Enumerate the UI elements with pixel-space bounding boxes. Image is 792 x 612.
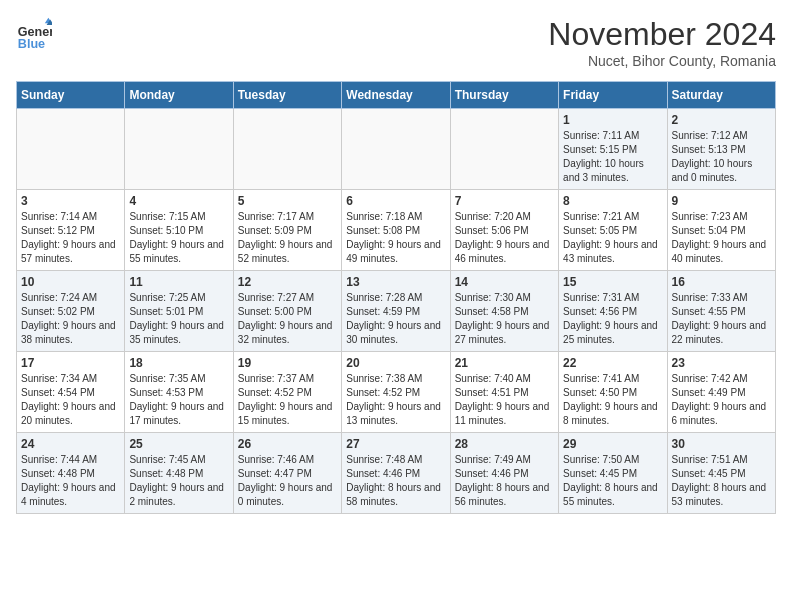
day-number: 8 xyxy=(563,194,662,208)
logo-icon: General Blue xyxy=(16,16,52,52)
calendar-body: 1 Sunrise: 7:11 AMSunset: 5:15 PMDayligh… xyxy=(17,109,776,514)
day-info: Sunrise: 7:44 AMSunset: 4:48 PMDaylight:… xyxy=(21,453,120,509)
title-area: November 2024 Nucet, Bihor County, Roman… xyxy=(548,16,776,69)
day-info: Sunrise: 7:28 AMSunset: 4:59 PMDaylight:… xyxy=(346,291,445,347)
day-info: Sunrise: 7:41 AMSunset: 4:50 PMDaylight:… xyxy=(563,372,662,428)
calendar-cell: 13 Sunrise: 7:28 AMSunset: 4:59 PMDaylig… xyxy=(342,271,450,352)
weekday-header-friday: Friday xyxy=(559,82,667,109)
calendar-table: SundayMondayTuesdayWednesdayThursdayFrid… xyxy=(16,81,776,514)
calendar-cell: 10 Sunrise: 7:24 AMSunset: 5:02 PMDaylig… xyxy=(17,271,125,352)
calendar-cell: 5 Sunrise: 7:17 AMSunset: 5:09 PMDayligh… xyxy=(233,190,341,271)
day-info: Sunrise: 7:46 AMSunset: 4:47 PMDaylight:… xyxy=(238,453,337,509)
calendar-cell: 24 Sunrise: 7:44 AMSunset: 4:48 PMDaylig… xyxy=(17,433,125,514)
day-number: 20 xyxy=(346,356,445,370)
calendar-cell: 30 Sunrise: 7:51 AMSunset: 4:45 PMDaylig… xyxy=(667,433,775,514)
day-number: 24 xyxy=(21,437,120,451)
day-number: 25 xyxy=(129,437,228,451)
calendar-week-3: 10 Sunrise: 7:24 AMSunset: 5:02 PMDaylig… xyxy=(17,271,776,352)
day-info: Sunrise: 7:35 AMSunset: 4:53 PMDaylight:… xyxy=(129,372,228,428)
weekday-header-tuesday: Tuesday xyxy=(233,82,341,109)
calendar-cell xyxy=(342,109,450,190)
day-info: Sunrise: 7:11 AMSunset: 5:15 PMDaylight:… xyxy=(563,129,662,185)
day-number: 2 xyxy=(672,113,771,127)
calendar-cell: 19 Sunrise: 7:37 AMSunset: 4:52 PMDaylig… xyxy=(233,352,341,433)
day-info: Sunrise: 7:23 AMSunset: 5:04 PMDaylight:… xyxy=(672,210,771,266)
day-number: 14 xyxy=(455,275,554,289)
day-info: Sunrise: 7:24 AMSunset: 5:02 PMDaylight:… xyxy=(21,291,120,347)
day-info: Sunrise: 7:49 AMSunset: 4:46 PMDaylight:… xyxy=(455,453,554,509)
calendar-cell: 11 Sunrise: 7:25 AMSunset: 5:01 PMDaylig… xyxy=(125,271,233,352)
calendar-header: SundayMondayTuesdayWednesdayThursdayFrid… xyxy=(17,82,776,109)
calendar-cell: 15 Sunrise: 7:31 AMSunset: 4:56 PMDaylig… xyxy=(559,271,667,352)
day-number: 30 xyxy=(672,437,771,451)
day-info: Sunrise: 7:45 AMSunset: 4:48 PMDaylight:… xyxy=(129,453,228,509)
calendar-cell: 4 Sunrise: 7:15 AMSunset: 5:10 PMDayligh… xyxy=(125,190,233,271)
calendar-cell xyxy=(450,109,558,190)
svg-text:Blue: Blue xyxy=(18,37,45,51)
day-number: 10 xyxy=(21,275,120,289)
day-number: 22 xyxy=(563,356,662,370)
day-info: Sunrise: 7:30 AMSunset: 4:58 PMDaylight:… xyxy=(455,291,554,347)
day-info: Sunrise: 7:18 AMSunset: 5:08 PMDaylight:… xyxy=(346,210,445,266)
weekday-header-thursday: Thursday xyxy=(450,82,558,109)
calendar-cell: 12 Sunrise: 7:27 AMSunset: 5:00 PMDaylig… xyxy=(233,271,341,352)
logo: General Blue xyxy=(16,16,52,52)
day-number: 6 xyxy=(346,194,445,208)
day-number: 28 xyxy=(455,437,554,451)
weekday-header-monday: Monday xyxy=(125,82,233,109)
day-info: Sunrise: 7:40 AMSunset: 4:51 PMDaylight:… xyxy=(455,372,554,428)
day-number: 19 xyxy=(238,356,337,370)
day-info: Sunrise: 7:27 AMSunset: 5:00 PMDaylight:… xyxy=(238,291,337,347)
day-number: 21 xyxy=(455,356,554,370)
day-info: Sunrise: 7:15 AMSunset: 5:10 PMDaylight:… xyxy=(129,210,228,266)
calendar-cell: 9 Sunrise: 7:23 AMSunset: 5:04 PMDayligh… xyxy=(667,190,775,271)
location-subtitle: Nucet, Bihor County, Romania xyxy=(548,53,776,69)
calendar-cell: 26 Sunrise: 7:46 AMSunset: 4:47 PMDaylig… xyxy=(233,433,341,514)
day-number: 29 xyxy=(563,437,662,451)
calendar-cell: 27 Sunrise: 7:48 AMSunset: 4:46 PMDaylig… xyxy=(342,433,450,514)
weekday-row: SundayMondayTuesdayWednesdayThursdayFrid… xyxy=(17,82,776,109)
day-number: 9 xyxy=(672,194,771,208)
day-number: 1 xyxy=(563,113,662,127)
day-number: 17 xyxy=(21,356,120,370)
calendar-week-1: 1 Sunrise: 7:11 AMSunset: 5:15 PMDayligh… xyxy=(17,109,776,190)
day-number: 12 xyxy=(238,275,337,289)
day-number: 23 xyxy=(672,356,771,370)
day-info: Sunrise: 7:12 AMSunset: 5:13 PMDaylight:… xyxy=(672,129,771,185)
calendar-cell: 14 Sunrise: 7:30 AMSunset: 4:58 PMDaylig… xyxy=(450,271,558,352)
calendar-cell: 16 Sunrise: 7:33 AMSunset: 4:55 PMDaylig… xyxy=(667,271,775,352)
month-title: November 2024 xyxy=(548,16,776,53)
day-number: 26 xyxy=(238,437,337,451)
day-number: 16 xyxy=(672,275,771,289)
weekday-header-saturday: Saturday xyxy=(667,82,775,109)
day-number: 13 xyxy=(346,275,445,289)
calendar-cell xyxy=(233,109,341,190)
day-number: 4 xyxy=(129,194,228,208)
calendar-cell: 29 Sunrise: 7:50 AMSunset: 4:45 PMDaylig… xyxy=(559,433,667,514)
calendar-cell: 6 Sunrise: 7:18 AMSunset: 5:08 PMDayligh… xyxy=(342,190,450,271)
calendar-cell: 21 Sunrise: 7:40 AMSunset: 4:51 PMDaylig… xyxy=(450,352,558,433)
weekday-header-sunday: Sunday xyxy=(17,82,125,109)
calendar-cell: 17 Sunrise: 7:34 AMSunset: 4:54 PMDaylig… xyxy=(17,352,125,433)
page-header: General Blue November 2024 Nucet, Bihor … xyxy=(16,16,776,69)
calendar-cell: 20 Sunrise: 7:38 AMSunset: 4:52 PMDaylig… xyxy=(342,352,450,433)
day-number: 15 xyxy=(563,275,662,289)
day-info: Sunrise: 7:33 AMSunset: 4:55 PMDaylight:… xyxy=(672,291,771,347)
calendar-cell: 18 Sunrise: 7:35 AMSunset: 4:53 PMDaylig… xyxy=(125,352,233,433)
day-info: Sunrise: 7:50 AMSunset: 4:45 PMDaylight:… xyxy=(563,453,662,509)
calendar-cell: 22 Sunrise: 7:41 AMSunset: 4:50 PMDaylig… xyxy=(559,352,667,433)
day-number: 11 xyxy=(129,275,228,289)
day-info: Sunrise: 7:37 AMSunset: 4:52 PMDaylight:… xyxy=(238,372,337,428)
calendar-week-5: 24 Sunrise: 7:44 AMSunset: 4:48 PMDaylig… xyxy=(17,433,776,514)
calendar-cell: 8 Sunrise: 7:21 AMSunset: 5:05 PMDayligh… xyxy=(559,190,667,271)
calendar-cell: 7 Sunrise: 7:20 AMSunset: 5:06 PMDayligh… xyxy=(450,190,558,271)
calendar-cell: 3 Sunrise: 7:14 AMSunset: 5:12 PMDayligh… xyxy=(17,190,125,271)
day-info: Sunrise: 7:48 AMSunset: 4:46 PMDaylight:… xyxy=(346,453,445,509)
weekday-header-wednesday: Wednesday xyxy=(342,82,450,109)
day-info: Sunrise: 7:14 AMSunset: 5:12 PMDaylight:… xyxy=(21,210,120,266)
calendar-cell xyxy=(125,109,233,190)
calendar-cell: 23 Sunrise: 7:42 AMSunset: 4:49 PMDaylig… xyxy=(667,352,775,433)
calendar-week-2: 3 Sunrise: 7:14 AMSunset: 5:12 PMDayligh… xyxy=(17,190,776,271)
day-info: Sunrise: 7:51 AMSunset: 4:45 PMDaylight:… xyxy=(672,453,771,509)
day-number: 18 xyxy=(129,356,228,370)
